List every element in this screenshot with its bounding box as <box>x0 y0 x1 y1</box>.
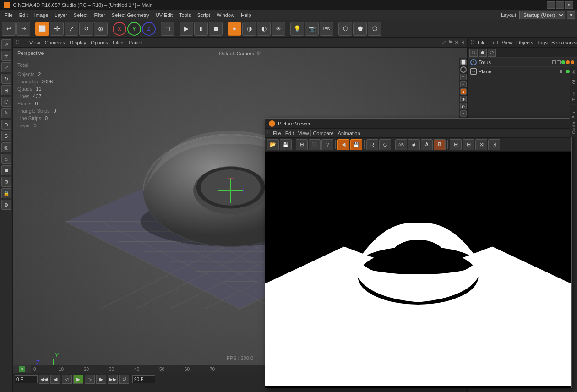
object-row-plane[interactable]: ▭ Plane <box>468 67 577 76</box>
vp-side-btn2[interactable]: ✛ <box>460 74 467 80</box>
prev-keyframe-btn[interactable]: ◀ <box>50 375 60 384</box>
pv-save-btn[interactable]: 💾 <box>280 139 292 150</box>
rp-menu-view[interactable]: View <box>502 40 513 45</box>
pv-a-btn[interactable]: A <box>421 139 433 150</box>
pv-channel-btn[interactable]: R <box>366 139 378 150</box>
left-tool-rotate[interactable]: ↻ <box>1 74 11 84</box>
pv-channel2-btn[interactable]: G <box>379 139 391 150</box>
left-tool-6[interactable]: ✎ <box>1 108 11 118</box>
menu-layer[interactable]: Layer <box>52 11 70 19</box>
plane-vis-3[interactable] <box>566 70 570 73</box>
window-controls[interactable]: ─ □ ✕ <box>547 1 573 9</box>
menu-filter[interactable]: Filter <box>91 11 108 19</box>
pv-open-btn[interactable]: 📂 <box>267 139 279 150</box>
object-mode-button[interactable]: ◻ <box>161 22 174 36</box>
left-tool-9[interactable]: ◎ <box>1 142 11 152</box>
vp-side-circle1[interactable] <box>460 66 467 73</box>
select-box-button[interactable]: ⬜ <box>35 22 49 36</box>
ies-btn[interactable]: IES <box>320 22 333 36</box>
pv-render-canvas[interactable] <box>265 152 571 388</box>
vp-menu-filter[interactable]: Filter <box>113 40 124 45</box>
vp-side-btn3[interactable]: ↔ <box>460 81 467 87</box>
timeline-green-marker[interactable]: 0 <box>19 366 25 372</box>
transform-button[interactable]: ⊕ <box>94 22 108 36</box>
prev-frame-step[interactable]: ◀◀ <box>39 375 49 384</box>
loop-btn[interactable]: ↺ <box>119 375 129 384</box>
tab-take[interactable]: Take <box>570 88 577 104</box>
pv-frame-prev-btn[interactable]: ◀ <box>337 139 349 150</box>
rotate-button[interactable]: ↻ <box>79 22 93 36</box>
close-button[interactable]: ✕ <box>565 1 573 9</box>
menu-help[interactable]: Help <box>238 11 254 19</box>
next-keyframe-btn[interactable]: ▶ <box>96 375 106 384</box>
torus-vis-4[interactable] <box>566 60 570 64</box>
menu-file[interactable]: File <box>2 11 16 19</box>
render-3d-btn[interactable]: ☀ <box>272 22 285 36</box>
vp-side-btn5[interactable]: ◑ <box>460 96 467 102</box>
pv-zoom3-btn[interactable]: ⊠ <box>475 139 487 150</box>
rp-menu-edit[interactable]: Edit <box>490 40 498 45</box>
left-tool-select[interactable]: ↗ <box>1 39 11 49</box>
left-tool-13[interactable]: 🔒 <box>1 188 11 198</box>
pv-b-btn[interactable]: B <box>434 139 446 150</box>
anim-btn2[interactable]: ⏸ <box>194 22 208 36</box>
play-anim-button[interactable]: ▶ <box>180 22 193 36</box>
scale-button[interactable]: ⤢ <box>65 22 78 36</box>
menu-tools[interactable]: Tools <box>176 11 194 19</box>
anim-btn3[interactable]: ⏹ <box>209 22 223 36</box>
vp-menu-cameras[interactable]: Cameras <box>45 40 65 45</box>
tab-content-browser[interactable]: Content Bro... <box>570 104 577 138</box>
torus-vis-5[interactable] <box>571 60 574 64</box>
pv-menu-view[interactable]: View <box>298 131 309 136</box>
vp-side-btn4[interactable]: ● <box>460 88 467 95</box>
current-frame-input[interactable] <box>15 375 38 383</box>
pv-grid-btn[interactable]: ⊞ <box>296 139 308 150</box>
render-active-btn[interactable]: ● <box>228 22 241 36</box>
left-tool-12[interactable]: ⚙ <box>1 177 11 187</box>
camera-settings-icon[interactable]: ⚙ <box>256 50 261 56</box>
render-settings-btn[interactable]: ◐ <box>257 22 271 36</box>
undo-button[interactable]: ↩ <box>2 22 16 36</box>
left-tool-7[interactable]: ⊙ <box>1 120 11 130</box>
pv-zoom1-btn[interactable]: ⊞ <box>450 139 462 150</box>
left-tool-8[interactable]: S <box>1 131 11 141</box>
light-btn[interactable]: 💡 <box>290 22 304 36</box>
pv-ab-btn[interactable]: AB <box>395 139 407 150</box>
pv-nav2-btn[interactable]: ? <box>321 139 333 150</box>
pv-menu-file[interactable]: File <box>273 131 281 136</box>
camera-btn[interactable]: 📷 <box>305 22 319 36</box>
vp-side-btn7[interactable]: ☀ <box>460 110 467 117</box>
layout-expand-button[interactable]: ▼ <box>567 11 575 19</box>
z-axis-button[interactable]: Z <box>142 22 156 36</box>
next-btn[interactable]: ▷ <box>85 375 95 384</box>
pv-ab-swap-btn[interactable]: ⇄ <box>408 139 420 150</box>
end-frame-input[interactable] <box>132 375 155 383</box>
rp-menu-file[interactable]: File <box>478 40 486 45</box>
menu-window[interactable]: Window <box>214 11 237 19</box>
torus-vis-3[interactable] <box>561 60 565 64</box>
effect-btn2[interactable]: ⬟ <box>353 22 367 36</box>
left-tool-10[interactable]: ⌂ <box>1 154 11 164</box>
menu-select[interactable]: Select <box>71 11 91 19</box>
menu-script[interactable]: Script <box>195 11 213 19</box>
tab-objects[interactable]: Objects <box>570 66 577 88</box>
vp-menu-view[interactable]: View <box>29 40 40 45</box>
plane-vis-2[interactable] <box>561 70 565 73</box>
layout-dropdown[interactable]: Startup (User) <box>519 11 565 19</box>
pv-nav1-btn[interactable]: ⬛ <box>309 139 321 150</box>
rp-menu-tags[interactable]: Tags <box>537 40 548 45</box>
menu-image[interactable]: Image <box>32 11 51 19</box>
torus-vis-1[interactable] <box>552 60 556 64</box>
render-region-btn[interactable]: ◑ <box>242 22 256 36</box>
plane-vis-1[interactable] <box>557 70 561 73</box>
pv-zoom4-btn[interactable]: ⊡ <box>488 139 500 150</box>
left-tool-5[interactable]: ⬡ <box>1 97 11 107</box>
rp-icon-3[interactable]: ⬠ <box>488 49 496 57</box>
next-frame-step[interactable]: ▶▶ <box>108 375 118 384</box>
vp-menu-options[interactable]: Options <box>91 40 108 45</box>
pv-title-bar[interactable]: Picture Viewer <box>265 119 571 129</box>
rp-menu-bookmarks[interactable]: Bookmarks <box>551 40 577 45</box>
rp-menu-objects[interactable]: Objects <box>516 40 533 45</box>
pv-frame-save-btn[interactable]: 💾 <box>350 139 362 150</box>
minimize-button[interactable]: ─ <box>547 1 555 9</box>
